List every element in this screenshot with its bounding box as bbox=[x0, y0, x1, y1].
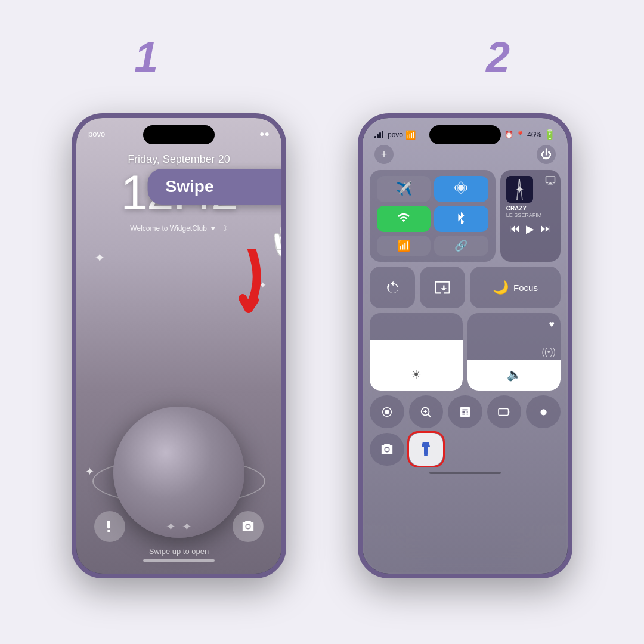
music-artist: LE SSERAFIM bbox=[506, 212, 555, 219]
phone-2: povo 📶 ⏰ 📍 46% 🔋 + ⏻ bbox=[358, 113, 572, 578]
cc-battery-percent: 46% bbox=[527, 131, 541, 139]
cc-row2: 🌙 Focus bbox=[363, 267, 568, 308]
phone-2-mute-btn bbox=[358, 196, 359, 216]
phone-1-mute-btn bbox=[72, 196, 73, 216]
cc-vpn-btn[interactable]: 🔗 bbox=[434, 236, 488, 256]
cc-airplane-btn[interactable]: ✈️ bbox=[377, 176, 431, 202]
next-track-btn[interactable]: ⏭ bbox=[541, 222, 552, 235]
cc-power-button[interactable]: ⏻ bbox=[537, 145, 556, 164]
cc-spacer bbox=[448, 433, 561, 466]
signal-bar-3 bbox=[379, 132, 381, 138]
sparkle-bottom-left: ✦ bbox=[166, 519, 176, 534]
airplay-icon bbox=[545, 175, 556, 187]
heart-icon: ♥ bbox=[549, 319, 555, 330]
volume-icon: 🔈 bbox=[507, 367, 522, 382]
camera-button[interactable] bbox=[233, 511, 264, 542]
signal-bars bbox=[374, 131, 383, 138]
cc-bottom-row1: ⬤ bbox=[363, 395, 568, 428]
cc-home-indicator bbox=[429, 472, 501, 474]
step-2-label: 2 bbox=[486, 33, 510, 82]
focus-moon-icon: 🌙 bbox=[493, 280, 509, 295]
svg-rect-19 bbox=[499, 408, 509, 415]
dynamic-island-1 bbox=[143, 125, 215, 144]
cc-focus-btn[interactable]: 🌙 Focus bbox=[470, 267, 561, 308]
brightness-fill bbox=[370, 340, 463, 391]
cc-rotation-lock-btn[interactable] bbox=[370, 267, 415, 308]
phone-1-power-btn bbox=[285, 231, 286, 285]
cc-brightness-slider[interactable]: ☀ bbox=[370, 313, 463, 391]
cc-status-right: ⏰ 📍 46% 🔋 bbox=[504, 129, 556, 140]
cc-screen-mirror-btn[interactable] bbox=[420, 267, 465, 308]
cc-calculator-btn[interactable] bbox=[448, 395, 482, 428]
cc-add-button[interactable]: + bbox=[374, 145, 394, 164]
airplane-icon: ✈️ bbox=[396, 182, 412, 196]
cc-sliders: ☀ ♥ 🔈 ((•)) bbox=[363, 313, 568, 391]
sparkle-bottom-right: ✦ bbox=[182, 519, 192, 534]
ls-date: Friday, September 20 bbox=[76, 153, 281, 166]
cc-location-icon: 📍 bbox=[516, 131, 525, 139]
main-container: 1 2 povo ●● Friday, September 20 12:42 W… bbox=[0, 0, 644, 644]
phone-1-vol-up-btn bbox=[72, 225, 73, 261]
cc-airdrop-btn[interactable] bbox=[434, 176, 488, 202]
ls-carrier: povo bbox=[88, 129, 105, 138]
bluetooth-icon bbox=[456, 211, 466, 227]
ls-widget-text: Welcome to WidgetClub ♥ ☽ bbox=[76, 224, 281, 233]
prev-track-btn[interactable]: ⏮ bbox=[509, 222, 520, 235]
svg-point-10 bbox=[458, 185, 464, 191]
cc-camera-btn[interactable] bbox=[370, 433, 404, 466]
cc-connectivity-block: ✈️ bbox=[370, 170, 496, 262]
flashlight-button[interactable] bbox=[94, 511, 125, 542]
cc-carrier: povo bbox=[388, 131, 403, 139]
sparkle-1: ✦ bbox=[94, 250, 105, 266]
signal-icon: ((•)) bbox=[541, 347, 556, 357]
phone-2-vol-down-btn bbox=[358, 270, 359, 306]
cc-flashlight-btn[interactable] bbox=[409, 433, 444, 466]
svg-point-14 bbox=[385, 410, 389, 414]
wifi-icon bbox=[397, 211, 410, 227]
focus-label: Focus bbox=[513, 283, 538, 293]
cc-status-left: povo 📶 bbox=[374, 130, 416, 140]
ls-widget-label: Welcome to WidgetClub bbox=[130, 224, 207, 233]
cc-wifi-icon: 📶 bbox=[405, 130, 416, 140]
cc-bluetooth-btn[interactable] bbox=[434, 206, 488, 232]
phone-1: povo ●● Friday, September 20 12:42 Welco… bbox=[72, 113, 286, 578]
swipe-tooltip: Swipe bbox=[148, 169, 286, 205]
swipe-hint: Swipe up to open bbox=[94, 547, 264, 556]
swipe-arrow bbox=[216, 249, 270, 321]
ls-bottom-icons: ✦ ✦ bbox=[94, 511, 264, 542]
phone-2-vol-up-btn bbox=[358, 225, 359, 261]
cc-dot-btn[interactable]: ⬤ bbox=[526, 395, 561, 428]
cc-battery-icon: 🔋 bbox=[544, 129, 556, 140]
sparkle-3: ✦ bbox=[85, 465, 94, 478]
phone-1-vol-down-btn bbox=[72, 270, 73, 306]
cc-wifi-btn[interactable] bbox=[377, 206, 431, 232]
cc-flashlight-lens-btn[interactable] bbox=[370, 395, 404, 428]
cc-cellular-btn[interactable]: 📶 bbox=[377, 236, 431, 256]
cc-grid-row1: ✈️ bbox=[363, 170, 568, 262]
ls-bottom: ✦ ✦ Swipe up to open bbox=[76, 504, 281, 574]
signal-bar-4 bbox=[382, 131, 383, 138]
step-1-label: 1 bbox=[134, 33, 158, 82]
vpn-icon: 🔗 bbox=[454, 240, 467, 251]
cc-volume-slider[interactable]: ♥ 🔈 ((•)) bbox=[467, 313, 561, 391]
music-controls: ⏮ ▶ ⏭ bbox=[506, 222, 555, 236]
play-btn[interactable]: ▶ bbox=[526, 222, 534, 236]
cc-header: + ⏻ bbox=[363, 145, 568, 170]
slider-extras: ((•)) bbox=[541, 347, 556, 357]
cellular-icon: 📶 bbox=[397, 240, 410, 251]
svg-line-6 bbox=[283, 255, 286, 258]
signal-bar-1 bbox=[374, 136, 376, 138]
cc-bottom-row2 bbox=[363, 433, 568, 466]
phone-2-power-btn bbox=[571, 231, 572, 285]
svg-rect-4 bbox=[274, 233, 282, 250]
dynamic-island-2 bbox=[429, 125, 501, 144]
cc-alarm-icon: ⏰ bbox=[504, 131, 513, 139]
svg-rect-20 bbox=[424, 454, 428, 456]
cc-battery-btn[interactable] bbox=[487, 395, 522, 428]
cc-magnifier-btn[interactable] bbox=[409, 395, 444, 428]
airdrop-icon bbox=[454, 181, 468, 197]
brightness-icon: ☀ bbox=[411, 367, 422, 382]
cc-music-widget[interactable]: CRAZY LE SSERAFIM ⏮ ▶ ⏭ bbox=[500, 170, 561, 262]
music-album-art bbox=[506, 176, 533, 203]
control-center: povo 📶 ⏰ 📍 46% 🔋 + ⏻ bbox=[363, 118, 568, 574]
